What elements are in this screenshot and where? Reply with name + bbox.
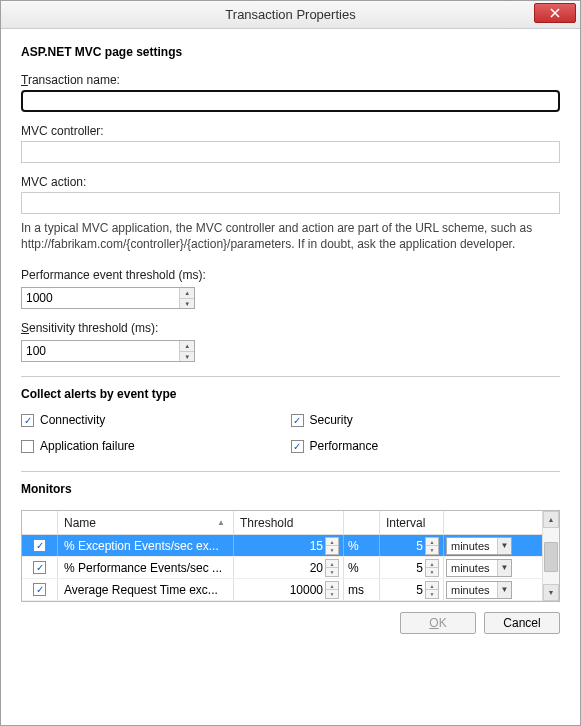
threshold-spinner[interactable]: ▲▼ <box>325 537 339 555</box>
mvc-action-input[interactable] <box>21 192 560 214</box>
table-row[interactable]: ✓% Exception Events/sec ex...15▲▼%5▲▼min… <box>22 535 542 557</box>
interval-spinner[interactable]: ▲▼ <box>425 581 439 599</box>
appfailure-checkbox[interactable]: Application failure <box>21 439 291 453</box>
row-interval[interactable]: 5 <box>380 583 425 597</box>
row-name: % Performance Events/sec ... <box>58 557 234 578</box>
transaction-name-label: Transaction name: <box>21 73 560 87</box>
checkbox-icon: ✓ <box>291 440 304 453</box>
row-unit: % <box>344 539 359 553</box>
alerts-title: Collect alerts by event type <box>21 387 560 401</box>
period-dropdown[interactable]: minutes▼ <box>446 537 512 555</box>
sensitivity-spinner[interactable]: ▲ ▼ <box>21 340 195 362</box>
mvc-controller-input[interactable] <box>21 141 560 163</box>
row-interval[interactable]: 5 <box>380 539 425 553</box>
period-dropdown[interactable]: minutes▼ <box>446 559 512 577</box>
ok-button[interactable]: OK <box>400 612 476 634</box>
monitors-title: Monitors <box>21 482 560 496</box>
titlebar: Transaction Properties <box>1 1 580 29</box>
header-interval[interactable]: Interval <box>380 511 444 534</box>
mvc-action-label: MVC action: <box>21 175 560 189</box>
spin-down-icon[interactable]: ▼ <box>180 351 194 362</box>
table-row[interactable]: ✓% Performance Events/sec ...20▲▼%5▲▼min… <box>22 557 542 579</box>
dialog-content: ASP.NET MVC page settings Transaction na… <box>1 29 580 725</box>
dialog-footer: OK Cancel <box>21 612 560 634</box>
scroll-track[interactable] <box>543 528 559 584</box>
table-header: Name Threshold Interval <box>22 511 542 535</box>
spin-up-icon[interactable]: ▲ <box>180 288 194 298</box>
row-threshold[interactable]: 15 <box>234 539 325 553</box>
header-check[interactable] <box>22 511 58 534</box>
period-value: minutes <box>447 540 497 552</box>
monitors-table: Name Threshold Interval ✓% Exception Eve… <box>21 510 560 602</box>
sensitivity-input[interactable] <box>22 341 179 361</box>
close-button[interactable] <box>534 3 576 23</box>
close-icon <box>550 8 560 18</box>
spin-down-icon[interactable]: ▼ <box>180 298 194 309</box>
chevron-down-icon: ▼ <box>497 538 511 554</box>
row-name: Average Request Time exc... <box>58 579 234 600</box>
row-interval[interactable]: 5 <box>380 561 425 575</box>
vertical-scrollbar[interactable]: ▲ ▼ <box>542 511 559 601</box>
row-checkbox[interactable]: ✓ <box>33 583 46 596</box>
scroll-up-icon[interactable]: ▲ <box>543 511 559 528</box>
transaction-name-input[interactable] <box>21 90 560 112</box>
row-unit: % <box>344 561 359 575</box>
checkbox-icon: ✓ <box>291 414 304 427</box>
row-unit: ms <box>344 583 364 597</box>
chevron-down-icon: ▼ <box>497 560 511 576</box>
security-label: Security <box>310 413 353 427</box>
header-threshold[interactable]: Threshold <box>234 511 344 534</box>
period-value: minutes <box>447 562 497 574</box>
perf-threshold-spinner[interactable]: ▲ ▼ <box>21 287 195 309</box>
interval-spinner[interactable]: ▲▼ <box>425 537 439 555</box>
perf-threshold-label: Performance event threshold (ms): <box>21 268 560 282</box>
perf-threshold-input[interactable] <box>22 288 179 308</box>
interval-spinner[interactable]: ▲▼ <box>425 559 439 577</box>
period-dropdown[interactable]: minutes▼ <box>446 581 512 599</box>
row-name: % Exception Events/sec ex... <box>58 535 234 556</box>
header-name[interactable]: Name <box>58 511 234 534</box>
header-period <box>444 511 518 534</box>
separator <box>21 471 560 472</box>
table-row[interactable]: ✓Average Request Time exc...10000▲▼ms5▲▼… <box>22 579 542 601</box>
performance-checkbox[interactable]: ✓ Performance <box>291 439 561 453</box>
spin-up-icon[interactable]: ▲ <box>180 341 194 351</box>
performance-label: Performance <box>310 439 379 453</box>
sensitivity-label: Sensitivity threshold (ms): <box>21 321 560 335</box>
connectivity-label: Connectivity <box>40 413 105 427</box>
page-settings-title: ASP.NET MVC page settings <box>21 45 560 59</box>
scroll-thumb[interactable] <box>544 542 558 572</box>
mvc-help-text: In a typical MVC application, the MVC co… <box>21 220 560 252</box>
header-unit <box>344 511 380 534</box>
row-checkbox[interactable]: ✓ <box>33 539 46 552</box>
scroll-down-icon[interactable]: ▼ <box>543 584 559 601</box>
row-threshold[interactable]: 20 <box>234 561 325 575</box>
checkbox-icon <box>21 440 34 453</box>
connectivity-checkbox[interactable]: ✓ Connectivity <box>21 413 291 427</box>
row-checkbox[interactable]: ✓ <box>33 561 46 574</box>
threshold-spinner[interactable]: ▲▼ <box>325 559 339 577</box>
window-title: Transaction Properties <box>1 7 580 22</box>
mvc-controller-label: MVC controller: <box>21 124 560 138</box>
security-checkbox[interactable]: ✓ Security <box>291 413 561 427</box>
checkbox-icon: ✓ <box>21 414 34 427</box>
row-threshold[interactable]: 10000 <box>234 583 325 597</box>
separator <box>21 376 560 377</box>
cancel-button[interactable]: Cancel <box>484 612 560 634</box>
period-value: minutes <box>447 584 497 596</box>
appfailure-label: Application failure <box>40 439 135 453</box>
chevron-down-icon: ▼ <box>497 582 511 598</box>
threshold-spinner[interactable]: ▲▼ <box>325 581 339 599</box>
